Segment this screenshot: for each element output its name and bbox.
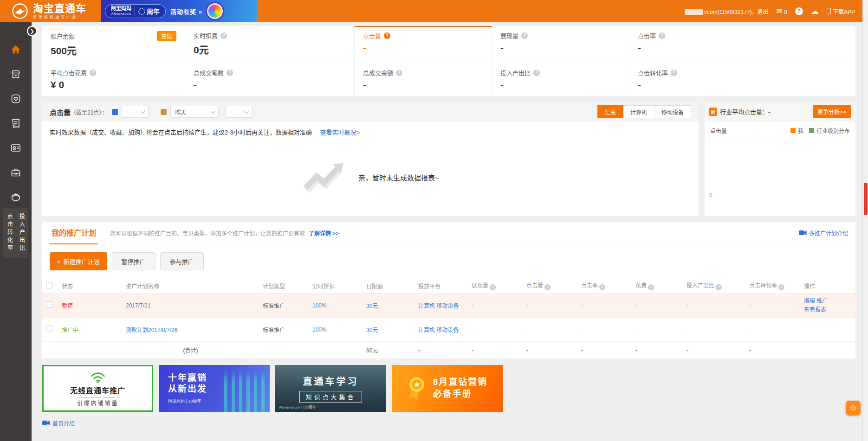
platform-mobile-link[interactable]: 移动设备	[436, 303, 459, 309]
sidebar-item-reports[interactable]	[10, 117, 22, 129]
new-badge: 新	[709, 108, 717, 116]
banner-august-handbook[interactable]: 8月直钻营销 必备手册	[392, 365, 503, 412]
new-campaign-button[interactable]: +新建推广计划	[50, 252, 107, 270]
row-checkbox[interactable]	[46, 301, 52, 308]
promote-link[interactable]: 推广	[816, 298, 828, 304]
help-icon[interactable]: ?	[220, 32, 227, 39]
platform-mobile-link[interactable]: 移动设备	[436, 327, 459, 333]
prize-wheel-icon[interactable]	[207, 3, 223, 19]
help-icon[interactable]: ?	[533, 70, 540, 76]
sidebar-item-creative[interactable]	[10, 191, 22, 203]
tab-my-campaigns[interactable]: 我的推广计划	[50, 222, 98, 244]
sidebar-expand-button[interactable]: ❯	[27, 26, 37, 36]
view-report-link[interactable]: 查看报表	[804, 307, 826, 313]
help-icon[interactable]: ?	[490, 284, 496, 290]
help-icon[interactable]: ?	[384, 32, 390, 39]
chart-metric-suffix: （截至22点）：	[71, 108, 107, 116]
pause-campaign-button[interactable]: 暂停推广	[112, 252, 155, 270]
discount-link[interactable]: 100%	[312, 326, 327, 333]
platform-pc-link[interactable]: 计算机	[418, 303, 435, 309]
help-icon[interactable]: ?	[227, 70, 233, 76]
learn-more-link[interactable]: 了解详情 >>	[309, 229, 339, 237]
daily-limit-link[interactable]: 30元	[366, 327, 378, 333]
help-icon[interactable]: ?	[599, 284, 605, 290]
cell-roi: -	[683, 294, 745, 318]
col-platform: 投放平台	[415, 278, 468, 294]
homepage-intro-link[interactable]: 首页介绍	[52, 419, 75, 427]
campaign-name-link[interactable]: 2017/7/21	[126, 302, 150, 309]
join-campaign-button[interactable]: 参与推广	[160, 252, 204, 270]
help-icon[interactable]: ?	[671, 70, 677, 76]
download-app-link[interactable]: 下载APP	[827, 7, 855, 15]
stat-impressions[interactable]: 展现量? -	[492, 26, 629, 63]
stat-clicks[interactable]: 点击量? -	[355, 26, 492, 63]
platform-pc-link[interactable]: 计算机	[418, 327, 435, 333]
help-icon[interactable]: ?	[544, 284, 551, 290]
anniversary-label: 周年	[147, 6, 160, 16]
multi-campaign-intro-link[interactable]: 多推广计划介绍	[809, 229, 848, 237]
anniversary-promo-banner[interactable]: 阿里妈妈 Alimama.com 周年 活动有奖 »	[101, 0, 257, 22]
mail-indicator[interactable]: ✉ 8	[777, 7, 787, 16]
edit-link[interactable]: 编辑	[804, 298, 815, 304]
banner-wireless-promo[interactable]: 无线直通车推广 引爆店铺销量	[42, 365, 153, 412]
page-scrollbar[interactable]	[862, 0, 868, 441]
status-badge: 暂停	[62, 303, 73, 309]
help-icon[interactable]: ?	[778, 284, 784, 290]
help-icon[interactable]: ?	[648, 284, 654, 290]
legend-industry-swatch	[809, 128, 814, 133]
help-icon[interactable]: ?	[716, 284, 722, 290]
series-b-dropdown[interactable]: -	[225, 106, 252, 118]
sidebar-item-shop[interactable]	[10, 68, 22, 80]
logout-link[interactable]: 退出	[758, 9, 769, 15]
banner-zhitongche-learning[interactable]: 直通车学习 知识点大集合 Alimama.com | 10周年	[275, 365, 386, 412]
empty-chart-icon	[302, 160, 346, 194]
campaign-name-link[interactable]: 测款计划2017/8/7/26	[126, 327, 177, 333]
phone-icon	[827, 8, 831, 14]
zhitongche-logo-icon	[11, 2, 29, 20]
discount-link[interactable]: 100%	[312, 302, 327, 309]
tab-computer[interactable]: 计算机	[623, 105, 654, 118]
tab-mobile[interactable]: 移动设备	[654, 105, 691, 118]
cloud-icon[interactable]: ☁	[811, 6, 819, 16]
sidebar-item-account[interactable]	[10, 142, 22, 154]
sidebar-item-home[interactable]	[10, 44, 22, 56]
help-icon[interactable]: ?	[396, 70, 402, 76]
recharge-button[interactable]: 充值	[157, 31, 176, 41]
divider	[135, 6, 135, 16]
campaign-row[interactable]: 暂停 2017/7/21 标准推广 100% 30元 计算机 移动设备 - - …	[42, 294, 855, 318]
realtime-overview-link[interactable]: 查看实时概况>	[320, 129, 360, 136]
left-sidebar: ❯ 点击转化率 投入产出比	[0, 22, 32, 441]
daily-limit-link[interactable]: 30元	[366, 303, 378, 309]
industry-metric-label: 点击量	[710, 127, 727, 134]
date-range-dropdown[interactable]: 昨天	[170, 106, 219, 118]
stat-ctr[interactable]: 点击率? -	[629, 26, 855, 63]
help-icon[interactable]: ?	[659, 32, 665, 39]
campaign-row[interactable]: 推广中 测款计划2017/8/7/26 标准推广 100% 30元 计算机 移动…	[42, 318, 855, 342]
banner-ten-year-anniversary[interactable]: 十年赢销 从新出发 阿里妈妈 | 10周年	[159, 365, 270, 412]
sidebar-item-favorites[interactable]	[10, 93, 22, 105]
app-title: 淘宝直通车	[33, 3, 86, 14]
series-b-color-swatch	[161, 109, 167, 115]
alimama-anniversary-logo: 阿里妈妈 Alimama.com 周年	[105, 4, 166, 18]
device-tabs: 汇总 计算机 移动设备	[597, 105, 691, 118]
competition-analysis-button[interactable]: 竞争分析>>	[813, 105, 851, 118]
series-a-dropdown[interactable]: -	[122, 106, 149, 118]
scrollbar-thumb[interactable]	[864, 183, 868, 215]
video-icon	[799, 230, 807, 236]
y-axis-zero-label: 0	[709, 192, 713, 198]
help-icon[interactable]: ?	[521, 32, 528, 39]
tooltip-roi: 投入产出比	[18, 213, 26, 253]
plus-icon: +	[57, 258, 61, 265]
chat-support-button[interactable]: ☺	[846, 401, 861, 415]
sidebar-item-tools[interactable]	[10, 166, 22, 179]
app-logo[interactable]: 淘宝直通车 阿里妈妈旗下产品	[11, 2, 86, 20]
select-all-checkbox[interactable]	[46, 282, 52, 288]
row-checkbox[interactable]	[46, 326, 52, 332]
alimama-brand: 阿里妈妈	[111, 6, 131, 11]
campaigns-description: 您可以根据不同的推广目的、宝贝类型，添加多个推广计划，让您的推广更有效	[110, 229, 305, 237]
username-blur	[685, 9, 703, 15]
help-icon[interactable]: ?	[90, 70, 96, 76]
tab-summary[interactable]: 汇总	[597, 105, 623, 118]
promo-activity-link[interactable]: 活动有奖 »	[170, 7, 202, 16]
help-icon[interactable]: ?	[795, 7, 803, 15]
